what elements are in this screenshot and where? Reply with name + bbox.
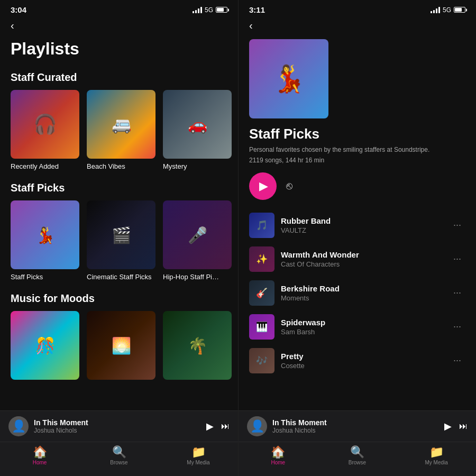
- now-playing-artist-left: Joshua Nichols: [34, 427, 201, 434]
- card-cinematic[interactable]: Cinematic Staff Picks: [87, 200, 155, 281]
- signal-bars-right: [431, 7, 440, 13]
- section-title-moods: Music for Moods: [0, 288, 238, 311]
- scroll-left: Playlists Staff Curated Recently Added B…: [0, 35, 238, 410]
- song-artist-berkshire-road: Moments: [281, 294, 443, 302]
- play-button-right[interactable]: ▶: [444, 420, 452, 432]
- song-info-berkshire-road: Berkshire Road Moments: [281, 284, 443, 302]
- song-thumb-berkshire-road: [249, 280, 274, 306]
- song-list: Rubber Band VAULTZ ··· Warmth And Wonder…: [239, 208, 476, 378]
- signal-bar-4: [200, 7, 202, 13]
- song-item-warmth-wonder[interactable]: Warmth And Wonder Cast Of Characters ···: [244, 242, 471, 276]
- now-playing-avatar-right: [247, 416, 267, 436]
- playlist-hero-image: [249, 39, 328, 118]
- mymedia-icon-left: 📁: [191, 446, 206, 458]
- skip-button-left[interactable]: ⏭: [221, 422, 230, 431]
- tab-home-left[interactable]: 🏠 Home: [21, 446, 58, 465]
- section-title-staff-picks: Staff Picks: [0, 178, 238, 200]
- time-right: 3:11: [249, 5, 265, 14]
- now-playing-title-right: In This Moment: [272, 418, 439, 427]
- now-playing-avatar-left: [8, 416, 29, 436]
- tab-bar-right: 🏠 Home 🔍 Browse 📁 My Media: [239, 442, 476, 476]
- signal-bar-r4: [438, 7, 440, 13]
- left-panel: 3:04 5G ‹ Playlists Staff Curated Recent…: [0, 0, 238, 476]
- card-img-hiphop: [163, 200, 232, 269]
- song-artist-pretty: Cosette: [281, 362, 443, 370]
- play-icon-large: ▶: [259, 179, 268, 193]
- battery-fill-right: [455, 8, 462, 12]
- card-recently-added[interactable]: Recently Added: [11, 90, 79, 170]
- share-button[interactable]: ⎋: [286, 180, 292, 192]
- signal-bar-r3: [436, 8, 437, 13]
- song-item-pretty[interactable]: Pretty Cosette ···: [244, 344, 471, 378]
- tab-mymedia-left[interactable]: 📁 My Media: [180, 446, 217, 465]
- now-playing-controls-left: ▶ ⏭: [206, 420, 230, 432]
- network-right: 5G: [443, 6, 451, 14]
- song-title-berkshire-road: Berkshire Road: [281, 284, 443, 293]
- signal-bar-2: [195, 10, 197, 13]
- signal-bar-1: [193, 11, 194, 13]
- card-mystery[interactable]: Mystery: [163, 90, 232, 170]
- tab-browse-right[interactable]: 🔍 Browse: [338, 446, 376, 465]
- more-button-spiderwasp[interactable]: ···: [449, 319, 465, 334]
- browse-icon-left: 🔍: [112, 446, 126, 458]
- signal-bars-left: [193, 7, 202, 13]
- battery-left: [216, 7, 227, 13]
- play-button-left[interactable]: ▶: [206, 420, 214, 432]
- song-info-pretty: Pretty Cosette: [281, 352, 443, 370]
- card-img-mood3: [163, 311, 232, 380]
- song-title-warmth-wonder: Warmth And Wonder: [281, 250, 443, 259]
- card-img-cinematic: [87, 200, 155, 269]
- card-mood2[interactable]: [87, 311, 155, 383]
- more-button-pretty[interactable]: ···: [449, 353, 465, 368]
- skip-button-right[interactable]: ⏭: [459, 422, 468, 431]
- now-playing-bar-left: In This Moment Joshua Nichols ▶ ⏭: [0, 410, 238, 442]
- tab-home-label-right: Home: [271, 460, 285, 465]
- song-info-rubber-band: Rubber Band VAULTZ: [281, 216, 443, 234]
- play-button-large[interactable]: ▶: [249, 172, 277, 200]
- song-item-berkshire-road[interactable]: Berkshire Road Moments ···: [244, 276, 471, 310]
- card-mood3[interactable]: [163, 311, 232, 383]
- now-playing-controls-right: ▶ ⏭: [444, 420, 468, 432]
- more-button-warmth-wonder[interactable]: ···: [449, 251, 465, 267]
- tab-mymedia-label-left: My Media: [187, 460, 209, 465]
- playlist-name: Staff Picks: [249, 126, 465, 142]
- song-artist-spiderwasp: Sam Barsh: [281, 328, 443, 336]
- playlist-meta: 2119 songs, 144 hr 16 min: [249, 157, 465, 164]
- card-mood1[interactable]: [11, 311, 79, 383]
- tab-browse-left[interactable]: 🔍 Browse: [100, 446, 138, 465]
- card-staff-picks[interactable]: Staff Picks: [11, 200, 79, 281]
- battery-right: [454, 7, 465, 13]
- back-button-right[interactable]: ‹: [239, 16, 476, 35]
- tab-bar-left: 🏠 Home 🔍 Browse 📁 My Media: [0, 442, 238, 476]
- playlist-actions: ▶ ⎋: [249, 172, 465, 200]
- network-left: 5G: [205, 6, 213, 14]
- card-img-mood2: [87, 311, 155, 380]
- song-thumb-warmth-wonder: [249, 246, 274, 272]
- more-button-rubber-band[interactable]: ···: [449, 217, 465, 233]
- card-img-staff-picks: [11, 200, 79, 269]
- now-playing-title-left: In This Moment: [34, 418, 201, 427]
- time-left: 3:04: [11, 5, 26, 14]
- song-item-rubber-band[interactable]: Rubber Band VAULTZ ···: [244, 208, 471, 242]
- card-img-mystery: [163, 90, 232, 159]
- more-button-berkshire-road[interactable]: ···: [449, 285, 465, 300]
- card-img-beach-vibes: [87, 90, 155, 159]
- now-playing-info-right: In This Moment Joshua Nichols: [272, 418, 439, 434]
- staff-picks-row: Staff Picks Cinematic Staff Picks Hip-Ho…: [0, 200, 238, 288]
- mymedia-icon-right: 📁: [429, 446, 444, 458]
- status-bar-left: 3:04 5G: [0, 0, 238, 16]
- tab-home-right[interactable]: 🏠 Home: [260, 446, 297, 465]
- song-thumb-pretty: [249, 348, 274, 373]
- tab-browse-label-right: Browse: [349, 460, 366, 465]
- card-hiphop[interactable]: Hip-Hop Staff Pi…: [163, 200, 232, 281]
- card-label-cinematic: Cinematic Staff Picks: [87, 273, 155, 281]
- back-button-left[interactable]: ‹: [0, 16, 238, 35]
- card-beach-vibes[interactable]: Beach Vibes: [87, 90, 155, 170]
- staff-curated-row: Recently Added Beach Vibes Mystery: [0, 90, 238, 178]
- tab-mymedia-right[interactable]: 📁 My Media: [418, 446, 455, 465]
- home-icon-left: 🏠: [33, 446, 47, 458]
- tab-mymedia-label-right: My Media: [425, 460, 447, 465]
- song-item-spiderwasp[interactable]: Spiderwasp Sam Barsh ···: [244, 310, 471, 344]
- status-bar-right: 3:11 5G: [239, 0, 476, 16]
- song-title-rubber-band: Rubber Band: [281, 216, 443, 225]
